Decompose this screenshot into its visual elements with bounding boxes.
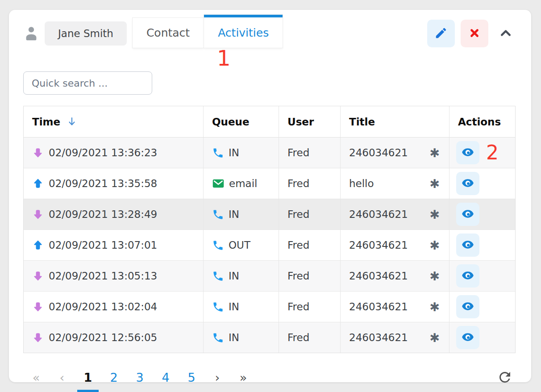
cell-title: hello ✱	[340, 168, 449, 199]
view-activity-button[interactable]	[456, 326, 479, 349]
tab-activities[interactable]: Activities	[204, 15, 283, 48]
column-header-user[interactable]: User	[279, 106, 340, 137]
table-row: 02/09/2021 13:28:49 IN Fred 246034621 ✱	[24, 199, 515, 229]
cell-actions	[449, 261, 514, 291]
column-label-time: Time	[32, 116, 60, 128]
asterisk-icon: ✱	[429, 239, 440, 251]
asterisk-icon: ✱	[429, 209, 440, 221]
close-x-icon	[469, 27, 480, 40]
table-header: Time Queue User Title Actions	[24, 106, 515, 138]
table-row: 02/09/2021 13:02:04 IN Fred 246034621 ✱	[24, 291, 515, 322]
phone-icon	[212, 147, 224, 159]
column-header-actions: Actions	[449, 106, 514, 137]
view-activity-button[interactable]	[456, 295, 479, 318]
cell-user: Fred	[279, 230, 340, 260]
sort-descending-icon	[67, 116, 77, 128]
view-activity-button[interactable]	[456, 172, 479, 195]
column-header-time[interactable]: Time	[24, 106, 203, 137]
table-row: 02/09/2021 13:05:13 IN Fred 246034621 ✱	[24, 260, 515, 291]
tab-activities-label: Activities	[218, 26, 269, 39]
view-activity-button[interactable]	[456, 203, 479, 226]
user-label: Fred	[287, 209, 309, 220]
refresh-icon	[497, 369, 513, 387]
chevron-up-icon	[499, 26, 513, 41]
pager-page-2[interactable]: 2	[108, 369, 120, 386]
column-label-queue: Queue	[212, 116, 250, 128]
eye-icon	[462, 270, 474, 282]
edit-button[interactable]	[427, 20, 455, 47]
table-body: 02/09/2021 13:36:23 IN Fred 246034621 ✱	[24, 138, 515, 353]
cell-queue: OUT	[203, 230, 279, 260]
pager-prev[interactable]: ‹	[56, 369, 68, 386]
cell-user: Fred	[279, 322, 340, 353]
asterisk-icon: ✱	[429, 147, 440, 159]
delete-button[interactable]	[461, 20, 488, 47]
activity-time: 02/09/2021 13:35:58	[49, 178, 157, 189]
pager-page-5[interactable]: 5	[186, 369, 197, 386]
tab-bar: Contact Activities	[133, 10, 283, 48]
activity-time: 02/09/2021 13:36:23	[49, 147, 157, 158]
cell-actions	[449, 230, 514, 260]
cell-queue: IN	[203, 261, 279, 291]
table-row: 02/09/2021 12:56:05 IN Fred 246034621 ✱	[24, 322, 515, 353]
direction-arrow-icon	[32, 209, 44, 220]
asterisk-icon: ✱	[429, 332, 440, 344]
tab-contact[interactable]: Contact	[133, 18, 204, 48]
asterisk-icon: ✱	[429, 270, 440, 282]
column-label-user: User	[287, 116, 314, 128]
pager-page-1[interactable]: 1	[82, 369, 94, 386]
queue-label: email	[229, 178, 257, 189]
cell-actions	[449, 322, 514, 353]
envelope-icon	[212, 178, 225, 189]
pager-next[interactable]: ›	[212, 369, 223, 386]
contact-card: Jane Smith Contact Activities	[9, 10, 531, 382]
cell-title: 246034621 ✱	[340, 138, 449, 168]
phone-icon	[212, 270, 224, 282]
user-label: Fred	[287, 239, 309, 251]
user-label: Fred	[287, 147, 309, 158]
cell-queue: IN	[203, 292, 279, 322]
column-header-title[interactable]: Title	[340, 106, 449, 137]
cell-actions	[449, 292, 514, 322]
activity-time: 02/09/2021 13:02:04	[49, 301, 157, 313]
cell-user: Fred	[279, 292, 340, 322]
view-activity-button[interactable]	[456, 141, 479, 164]
pager-page-3[interactable]: 3	[134, 369, 146, 386]
eye-icon	[462, 332, 474, 344]
pager-page-4[interactable]: 4	[160, 369, 171, 386]
direction-arrow-icon	[32, 239, 44, 251]
eye-icon	[462, 147, 474, 159]
column-label-actions: Actions	[458, 116, 501, 128]
eye-icon	[462, 301, 474, 313]
table-row: 02/09/2021 13:36:23 IN Fred 246034621 ✱	[24, 138, 515, 168]
view-activity-button[interactable]	[456, 234, 479, 257]
collapse-button[interactable]	[494, 20, 518, 47]
quick-search-input[interactable]	[23, 71, 152, 95]
view-activity-button[interactable]	[456, 264, 479, 288]
contact-name-chip: Jane Smith	[45, 21, 127, 46]
activity-title: 246034621	[349, 239, 408, 251]
queue-label: IN	[229, 301, 239, 313]
activity-time: 02/09/2021 13:28:49	[49, 209, 157, 220]
queue-label: IN	[229, 332, 239, 343]
cell-time: 02/09/2021 13:02:04	[24, 292, 203, 322]
queue-label: IN	[229, 147, 239, 158]
cell-user: Fred	[279, 261, 340, 291]
cell-time: 02/09/2021 13:07:01	[24, 230, 203, 260]
table-row: 02/09/2021 13:35:58 email Fred hello ✱	[24, 168, 515, 199]
queue-label: IN	[229, 270, 239, 282]
column-header-queue[interactable]: Queue	[203, 106, 279, 137]
activity-title: 246034621	[349, 147, 408, 158]
person-icon	[23, 25, 39, 42]
pager-last[interactable]: »	[237, 369, 249, 386]
cell-queue: IN	[203, 322, 279, 353]
cell-time: 02/09/2021 13:28:49	[24, 199, 203, 229]
direction-arrow-icon	[32, 270, 44, 282]
refresh-button[interactable]	[495, 367, 515, 388]
cell-title: 246034621 ✱	[340, 199, 449, 229]
search-row	[23, 71, 531, 95]
eye-icon	[462, 239, 474, 251]
pager-first[interactable]: «	[30, 369, 42, 386]
pencil-icon	[434, 26, 448, 41]
phone-icon	[212, 332, 224, 344]
